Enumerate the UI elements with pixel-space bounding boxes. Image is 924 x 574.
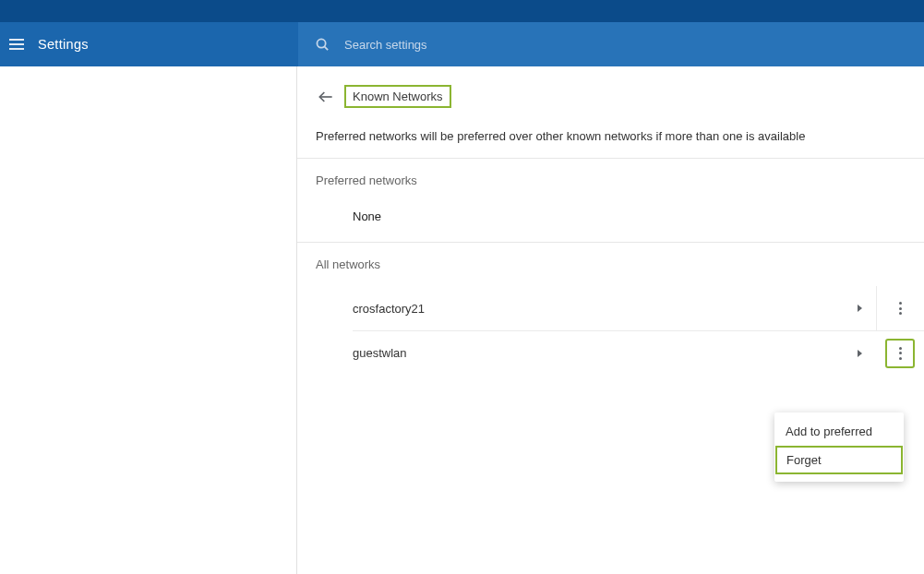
network-name: guestwlan (353, 346, 843, 360)
menu-item-forget[interactable]: Forget (775, 446, 903, 474)
network-more-button[interactable] (885, 339, 915, 368)
search-bar[interactable] (298, 22, 924, 66)
chevron-right-icon (843, 305, 876, 312)
window-top-strip (0, 0, 924, 22)
page-header-row: Known Networks (297, 66, 924, 125)
menu-icon[interactable] (7, 35, 26, 54)
all-networks-list: crosfactory21 guestwlan (297, 277, 924, 375)
app-title: Settings (38, 37, 89, 52)
page-description: Preferred networks will be preferred ove… (297, 125, 924, 158)
network-row[interactable]: crosfactory21 (297, 286, 924, 330)
network-name: crosfactory21 (353, 302, 843, 316)
menu-item-add-preferred[interactable]: Add to preferred (774, 417, 904, 446)
page-title-highlight: Known Networks (344, 85, 451, 108)
page-title: Known Networks (353, 90, 443, 103)
search-input[interactable] (344, 38, 924, 52)
app-header: Settings (0, 22, 924, 66)
network-more-button[interactable] (886, 293, 916, 323)
sidebar (0, 66, 297, 574)
back-arrow-icon[interactable] (315, 86, 337, 108)
svg-line-1 (324, 46, 328, 50)
more-vert-icon (899, 302, 902, 315)
search-icon (313, 35, 331, 54)
network-row[interactable]: guestwlan (353, 330, 924, 375)
preferred-section-header: Preferred networks (297, 159, 924, 193)
content-pane: Known Networks Preferred networks will b… (297, 66, 924, 574)
header-left: Settings (0, 22, 298, 66)
network-menu-cell (876, 331, 924, 376)
preferred-none-value: None (297, 193, 924, 242)
chevron-right-icon (843, 350, 876, 357)
svg-point-0 (317, 39, 325, 47)
network-context-menu: Add to preferred Forget (774, 413, 904, 482)
more-vert-icon (899, 347, 902, 360)
all-networks-section-header: All networks (297, 243, 924, 277)
network-menu-cell (876, 286, 924, 330)
body: Known Networks Preferred networks will b… (0, 66, 924, 574)
